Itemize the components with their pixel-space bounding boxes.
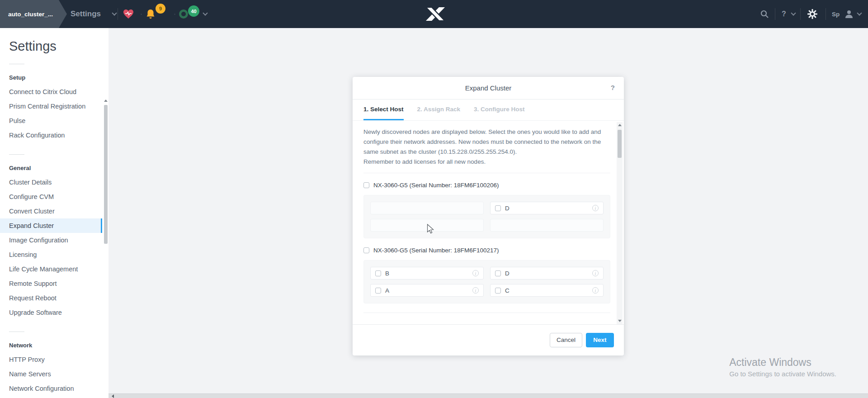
slot-checkbox[interactable] — [495, 205, 501, 211]
modal-header: Expand Cluster ? — [353, 77, 624, 100]
sidebar-item-http-proxy[interactable]: HTTP Proxy — [0, 352, 102, 367]
sidebar-item-connect-to-citrix-cloud[interactable]: Connect to Citrix Cloud — [0, 85, 102, 99]
slot-cell-c[interactable]: Ci — [490, 284, 604, 297]
modal-scrollbar[interactable] — [617, 122, 623, 324]
alerts-bell-icon[interactable] — [146, 0, 156, 28]
node-header-row: NX-3060-G5 (Serial Number: 18FM6F100206) — [363, 182, 610, 189]
sidebar-item-remote-support[interactable]: Remote Support — [0, 276, 102, 291]
chevron-down-icon[interactable] — [203, 0, 207, 28]
tasks-ring-icon[interactable] — [179, 9, 188, 19]
next-button[interactable]: Next — [586, 333, 614, 347]
settings-menu-dropdown[interactable]: Settings — [71, 0, 116, 28]
scroll-up-arrow[interactable] — [618, 124, 622, 126]
expand-cluster-modal: Expand Cluster ? 1. Select Host 2. Assig… — [353, 77, 624, 355]
tab-select-host[interactable]: 1. Select Host — [363, 100, 404, 120]
sidebar-item-licensing[interactable]: Licensing — [0, 247, 102, 262]
main-horizontal-scrollbar[interactable] — [108, 393, 868, 398]
divider — [775, 8, 775, 20]
sidebar-section-header: General — [0, 161, 108, 175]
wizard-steps: 1. Select Host 2. Assign Rack 3. Configu… — [353, 100, 624, 121]
empty-slot — [370, 202, 484, 214]
divider — [363, 173, 610, 173]
sidebar-item-request-reboot[interactable]: Request Reboot — [0, 291, 102, 305]
scroll-thumb[interactable] — [618, 130, 622, 158]
info-icon[interactable]: i — [592, 205, 599, 211]
tasks-count: 40 — [191, 9, 196, 14]
slot-label: D — [505, 270, 509, 277]
help-menu-dropdown[interactable]: ? — [782, 0, 795, 28]
modal-title: Expand Cluster — [465, 84, 512, 92]
slot-checkbox[interactable] — [375, 270, 381, 276]
chevron-down-icon — [857, 10, 862, 15]
sidebar-scrollbar[interactable] — [103, 98, 108, 398]
slot-cell-d[interactable]: Di — [490, 202, 604, 214]
dot — [174, 14, 175, 15]
description-note: Remember to add licenses for all new nod… — [363, 157, 610, 167]
scroll-thumb[interactable] — [104, 105, 108, 244]
divider — [826, 8, 826, 20]
cluster-name-label: auto_cluster_... — [8, 11, 53, 18]
alerts-count-badge[interactable]: 9 — [156, 4, 165, 14]
divider — [9, 64, 24, 64]
top-navigation-bar: auto_cluster_... Settings 9 40 — [0, 0, 868, 28]
avatar-icon — [844, 9, 854, 19]
slot-cell-d[interactable]: Di — [490, 267, 604, 280]
tasks-count-badge[interactable]: 40 — [188, 5, 199, 17]
info-icon[interactable]: i — [592, 270, 599, 276]
modal-footer: Cancel Next — [353, 324, 624, 355]
modal-help-icon[interactable]: ? — [611, 84, 615, 91]
slot-cell-a[interactable]: Ai — [370, 284, 484, 297]
user-initials-label: Sp — [832, 11, 840, 18]
sidebar-item-name-servers[interactable]: Name Servers — [0, 367, 102, 381]
sidebar-item-network-configuration[interactable]: Network Configuration — [0, 381, 102, 396]
sidebar-item-image-configuration[interactable]: Image Configuration — [0, 233, 102, 247]
scroll-up-arrow[interactable] — [104, 100, 108, 102]
sidebar-item-rack-configuration[interactable]: Rack Configuration — [0, 128, 102, 142]
info-icon[interactable]: i — [472, 287, 479, 294]
node-checkbox[interactable] — [363, 182, 369, 188]
sidebar-item-configure-cvm[interactable]: Configure CVM — [0, 190, 102, 204]
sidebar-section-header: Network — [0, 338, 108, 352]
node-label: NX-3060-G5 (Serial Number: 18FM6F100206) — [373, 182, 499, 189]
slot-checkbox[interactable] — [495, 288, 501, 294]
divider — [118, 8, 118, 20]
slot-checkbox[interactable] — [495, 270, 501, 276]
node-checkbox[interactable] — [363, 247, 369, 253]
sidebar-item-prism-central-registration[interactable]: Prism Central Registration — [0, 99, 102, 114]
modal-body: Newly discovered nodes are displayed bel… — [353, 121, 624, 324]
scroll-left-arrow[interactable] — [112, 394, 114, 398]
cluster-name-tab[interactable]: auto_cluster_... — [0, 0, 67, 28]
info-icon[interactable]: i — [592, 287, 599, 294]
sidebar-item-pulse[interactable]: Pulse — [0, 114, 102, 128]
slot-label: A — [385, 287, 389, 294]
health-heart-icon[interactable] — [123, 0, 134, 28]
node-slot-panel: BiDiAiCi — [363, 260, 610, 303]
divider — [800, 8, 801, 20]
settings-menu-label: Settings — [71, 9, 101, 19]
nutanix-logo[interactable] — [426, 0, 445, 28]
sidebar-item-upgrade-software[interactable]: Upgrade Software — [0, 305, 102, 320]
sidebar-item-life-cycle-management[interactable]: Life Cycle Management — [0, 262, 102, 276]
slot-checkbox[interactable] — [375, 288, 381, 294]
windows-activation-watermark: Activate Windows Go to Settings to activ… — [729, 356, 836, 378]
scroll-down-arrow[interactable] — [618, 320, 622, 322]
sidebar-item-cluster-details[interactable]: Cluster Details — [0, 175, 102, 190]
slot-cell-b[interactable]: Bi — [370, 267, 484, 280]
gear-icon[interactable] — [807, 0, 817, 28]
divider — [363, 313, 610, 313]
search-icon[interactable] — [760, 0, 769, 28]
cancel-button[interactable]: Cancel — [550, 333, 582, 347]
chevron-down-icon — [791, 10, 796, 15]
sidebar-divider — [9, 154, 24, 155]
slot-label: D — [505, 205, 509, 212]
sidebar-item-convert-cluster[interactable]: Convert Cluster — [0, 204, 102, 218]
tab-configure-host[interactable]: 3. Configure Host — [474, 100, 525, 120]
sidebar-item-expand-cluster[interactable]: Expand Cluster — [0, 218, 102, 233]
info-icon[interactable]: i — [472, 270, 479, 276]
slot-label: B — [385, 270, 389, 277]
node-list: NX-3060-G5 (Serial Number: 18FM6F100206)… — [363, 182, 610, 303]
empty-slot — [490, 219, 604, 232]
tab-assign-rack[interactable]: 2. Assign Rack — [417, 100, 461, 120]
watermark-subtitle: Go to Settings to activate Windows. — [729, 370, 836, 378]
user-menu[interactable]: Sp — [832, 0, 861, 28]
